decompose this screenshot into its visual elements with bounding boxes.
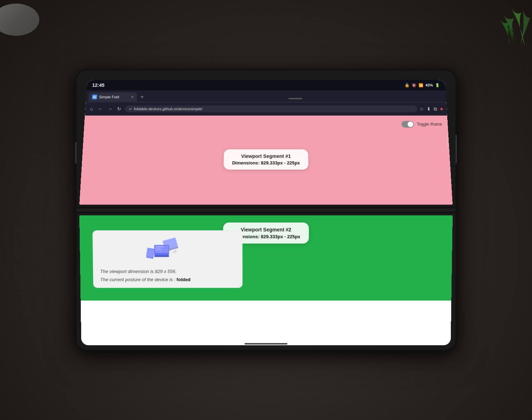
tab-title: Simple Fold (99, 95, 129, 99)
posture-text: The current posture of the device is : f… (100, 277, 235, 282)
sound-icon: 🔇 (412, 83, 417, 87)
plant-decoration (453, 0, 532, 47)
forward-button[interactable]: → (106, 106, 114, 112)
tab-favicon: m (92, 95, 97, 99)
posture-value: folded (177, 277, 191, 282)
posture-prefix: The current posture of the device is : (100, 277, 177, 282)
svg-rect-7 (156, 249, 162, 250)
screen-bottom: Viewport Segment #2 Dimensions: 829.333p… (79, 215, 453, 345)
toggle-iframe-switch[interactable] (402, 121, 414, 128)
reload-button[interactable]: ↻ (116, 106, 123, 112)
address-bar-row: ⌂ ← → ↻ ⇄ foldable-devices.github.io/dem… (85, 102, 447, 116)
bottom-content-area: Viewport Segment #2 Dimensions: 829.333p… (79, 215, 453, 301)
svg-rect-10 (147, 249, 154, 257)
segment-1-dimensions: Dimensions: 829.333px - 225px (232, 160, 300, 165)
segment-2-title: Viewport Segment #2 (232, 227, 300, 233)
svg-rect-8 (154, 255, 169, 257)
screen-top: 12:45 🔒 🔇 📶 43% 🔋 m Simple Fold × (79, 80, 453, 205)
wifi-icon: 📶 (418, 83, 423, 87)
record-icon[interactable]: ● (440, 106, 443, 112)
new-tab-button[interactable]: + (138, 93, 146, 101)
back-button[interactable]: ← (96, 106, 104, 112)
tab-bar: m Simple Fold × + (85, 91, 446, 102)
tab-close-button[interactable]: × (131, 95, 133, 99)
toggle-iframe-area: Toggle Iframe (402, 121, 443, 128)
toggle-iframe-label: Toggle Iframe (417, 122, 443, 127)
segment-1-card: Viewport Segment #1 Dimensions: 829.333p… (223, 149, 308, 170)
info-card: The viewport dimension is 829 x 556. The… (93, 230, 243, 288)
status-time: 12:45 (92, 83, 104, 88)
signal-icon: 🔒 (404, 83, 410, 88)
svg-rect-6 (156, 248, 161, 249)
address-bar-secure-icon: ⇄ (129, 107, 132, 111)
tab-grid-icon[interactable]: ⧉ (434, 106, 438, 112)
battery-icon: 🔋 (435, 83, 440, 87)
object-top-left (0, 0, 57, 39)
laptop-svg (146, 236, 189, 264)
address-bar[interactable]: ⇄ foldable-devices.github.io/demos/simpl… (125, 106, 418, 112)
bookmark-icon[interactable]: ☆ (419, 106, 424, 112)
download-icon[interactable]: ⬇ (427, 106, 431, 112)
status-bar-right: 🔒 🔇 📶 43% 🔋 (404, 83, 440, 88)
top-content-area: Toggle Iframe Viewport Segment #1 Dimens… (79, 116, 453, 205)
info-card-image (100, 236, 236, 264)
segment-1-title: Viewport Segment #1 (232, 153, 300, 159)
side-button-power (455, 135, 457, 163)
home-button[interactable]: ⌂ (88, 106, 94, 112)
status-bar: 12:45 🔒 🔇 📶 43% 🔋 (87, 80, 446, 90)
side-button-volume (75, 142, 77, 163)
address-text: foldable-devices.github.io/demos/simple/ (134, 107, 202, 111)
fold-hinge (77, 207, 455, 213)
tab-bar-drag-handle (147, 95, 443, 99)
foldable-device: 12:45 🔒 🔇 📶 43% 🔋 m Simple Fold × (77, 70, 455, 350)
battery-text: 43% (425, 83, 433, 87)
scrollbar-indicator (447, 136, 448, 149)
home-indicator (245, 343, 287, 345)
svg-rect-5 (156, 246, 163, 247)
toolbar-icons: ☆ ⬇ ⧉ ● (419, 106, 443, 112)
viewport-dimension-text: The viewport dimension is 829 x 556. (100, 269, 235, 274)
browser-tab[interactable]: m Simple Fold × (88, 92, 137, 102)
